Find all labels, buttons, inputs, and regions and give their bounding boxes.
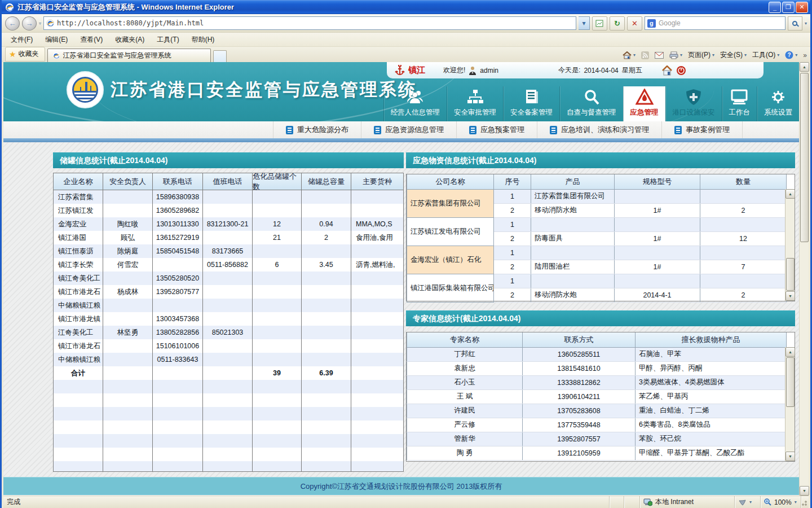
nav-item-label: 安全审批管理 xyxy=(454,108,496,117)
column-header: 数量 xyxy=(700,174,787,189)
supplies-scrollbar[interactable]: ▲ ▼ xyxy=(785,189,795,301)
zoom-control[interactable]: 100% ▾ xyxy=(760,496,801,508)
scroll-down-button[interactable]: ▼ xyxy=(785,291,795,301)
cell: 镇江市港龙石 xyxy=(54,285,103,299)
document-icon xyxy=(469,126,476,134)
subnav-item-label: 应急预案管理 xyxy=(480,125,524,135)
cell: 陆用围油栏 xyxy=(531,260,615,274)
cell xyxy=(351,326,403,339)
nav-item-1[interactable]: 安全审批管理 xyxy=(447,86,503,121)
search-dropdown[interactable]: ▾ xyxy=(805,21,807,26)
page-scrollbar[interactable]: ▲ ▼ xyxy=(799,62,809,496)
nav-item-0[interactable]: 经营人信息管理 xyxy=(383,86,447,121)
today-label: 今天是: xyxy=(558,65,580,75)
cell xyxy=(351,353,403,366)
security-menu[interactable]: 安全(S)▾ xyxy=(720,50,747,60)
cell xyxy=(203,299,253,312)
restore-button[interactable]: ❐ xyxy=(782,2,795,13)
protected-mode-button[interactable]: ▾ xyxy=(734,496,760,508)
status-bar: 完成 本地 Intranet ▾ 100% ▾ xyxy=(3,496,809,508)
tab-active[interactable]: 江苏省港口安全监管与应急管理系统 xyxy=(47,49,211,62)
history-dropdown[interactable]: ▿ xyxy=(39,21,41,26)
search-go-button[interactable] xyxy=(788,16,802,30)
page-menu[interactable]: 页面(P)▾ xyxy=(688,50,714,60)
refresh-button[interactable]: ↻ xyxy=(610,16,625,30)
experts-scrollbar[interactable]: ▲ ▼ xyxy=(785,347,795,461)
resize-grip[interactable] xyxy=(801,496,809,508)
logout-icon[interactable] xyxy=(676,65,686,76)
print-button[interactable]: ▾ xyxy=(669,51,682,59)
menu-item-3[interactable]: 收藏夹(A) xyxy=(109,33,150,46)
search-icon xyxy=(582,89,601,106)
address-input[interactable]: http://localhost:8080/yjpt/Main.html xyxy=(43,16,576,30)
intranet-icon xyxy=(643,498,652,506)
tank-panel: 储罐信息统计(截止2014.04.04) 企业名称安全负责人联系电话值班电话危化… xyxy=(53,152,404,472)
subnav-item-4[interactable]: 事故案例管理 xyxy=(661,121,743,138)
subnav-item-1[interactable]: 应急资源信息管理 xyxy=(361,121,456,138)
close-button[interactable]: ✕ xyxy=(796,2,808,13)
scroll-down-button[interactable]: ▼ xyxy=(785,452,795,461)
subnav-item-2[interactable]: 应急预案管理 xyxy=(456,121,537,138)
cell xyxy=(351,339,403,353)
company-cell: 江苏索普集团有限公司 xyxy=(407,189,494,217)
nav-item-label: 自查与督查管理 xyxy=(567,108,616,117)
menu-item-5[interactable]: 帮助(H) xyxy=(186,33,220,46)
table-row: 江奇美化工林坚勇1380528285685021303 xyxy=(54,326,403,339)
more-commands[interactable]: » xyxy=(803,51,807,59)
document-icon xyxy=(374,126,381,134)
menu-item-0[interactable]: 文件(F) xyxy=(5,33,38,46)
cell xyxy=(203,339,253,353)
home-button[interactable]: ▾ xyxy=(623,51,636,59)
scroll-thumb[interactable] xyxy=(800,73,809,242)
address-dropdown[interactable]: ▾ xyxy=(579,16,590,30)
column-header: 联系方式 xyxy=(523,332,636,347)
cell: 1# xyxy=(615,260,700,274)
mail-button[interactable] xyxy=(655,52,664,59)
tools-menu[interactable]: 工具(O)▾ xyxy=(752,50,779,60)
cell xyxy=(203,231,253,244)
scroll-up-button[interactable]: ▲ xyxy=(785,347,795,357)
nav-item-4[interactable]: 应急管理 xyxy=(623,86,665,121)
cell xyxy=(302,271,351,285)
cell: 石小玉 xyxy=(407,375,523,389)
new-tab-button[interactable] xyxy=(213,50,227,62)
system-title: 江苏省港口安全监管与应急管理系统 xyxy=(111,78,417,102)
menu-item-1[interactable]: 编辑(E) xyxy=(39,33,73,46)
compatibility-button[interactable] xyxy=(592,16,607,30)
compat-page-icon xyxy=(595,20,603,27)
scroll-up-button[interactable]: ▲ xyxy=(785,189,795,199)
nav-item-2[interactable]: 安全备案管理 xyxy=(503,86,559,121)
scroll-down-button[interactable]: ▼ xyxy=(800,486,809,496)
menu-item-4[interactable]: 工具(T) xyxy=(151,33,184,46)
forward-button[interactable]: → xyxy=(22,16,37,30)
scroll-thumb[interactable] xyxy=(786,357,795,407)
nav-item-3[interactable]: 自查与督查管理 xyxy=(559,86,623,121)
help-menu[interactable]: ? ▾ xyxy=(785,51,797,59)
column-header: 擅长救援物种产品 xyxy=(636,332,787,347)
cell: 江奇美化工 xyxy=(54,326,103,339)
experts-table: 专家名称联系方式擅长救援物种产品丁邦红13605285511石脑油、甲苯袁新忠1… xyxy=(406,332,795,462)
feeds-button[interactable] xyxy=(641,51,649,59)
home-shortcut-icon[interactable] xyxy=(661,65,673,76)
menu-item-2[interactable]: 查看(V) xyxy=(74,33,108,46)
scroll-thumb[interactable] xyxy=(786,258,795,291)
table-row: 镇江港国际集装箱有限公司1 xyxy=(407,274,787,288)
tank-table-header: 企业名称安全负责人联系电话值班电话危化品储罐个数储罐总容量主要货种 xyxy=(54,173,403,190)
subnav-item-0[interactable]: 重大危险源分布 xyxy=(273,121,361,138)
cell: 2 xyxy=(494,203,531,217)
search-input[interactable]: g Google xyxy=(645,16,785,30)
svg-text:?: ? xyxy=(788,52,791,58)
cell xyxy=(700,274,787,288)
subnav-item-3[interactable]: 应急培训、演练和演习管理 xyxy=(537,121,661,138)
nav-item-6[interactable]: 工作台 xyxy=(722,86,757,121)
nav-item-7[interactable]: 系统设置 xyxy=(757,86,799,121)
favorites-button[interactable]: ★ 收藏夹 xyxy=(5,47,45,62)
cell xyxy=(302,299,351,312)
nav-item-5[interactable]: 港口设施保安 xyxy=(665,86,722,121)
stop-button[interactable]: ✕ xyxy=(627,16,642,30)
cell: 1 xyxy=(494,274,531,288)
cell: 13605289682 xyxy=(153,204,203,217)
back-button[interactable]: ← xyxy=(5,16,20,30)
minimize-button[interactable]: _ xyxy=(769,2,781,13)
scroll-up-button[interactable]: ▲ xyxy=(800,62,809,72)
